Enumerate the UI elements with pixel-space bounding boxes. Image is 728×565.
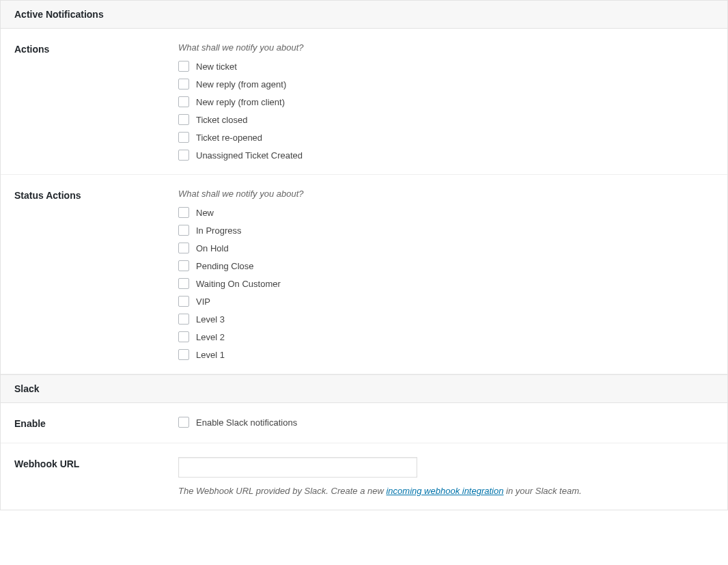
settings-panel: Active Notifications Actions What shall … <box>0 0 728 510</box>
row-status-actions: Status Actions What shall we notify you … <box>1 175 727 374</box>
checkbox-line-level-2: Level 2 <box>178 331 714 342</box>
checkbox-line-new-reply-agent: New reply (from agent) <box>178 79 714 89</box>
row-body-actions: What shall we notify you about? New tick… <box>178 42 714 161</box>
checkbox-new-ticket[interactable] <box>178 61 189 72</box>
section-header-slack: Slack <box>1 374 727 403</box>
checkbox-line-level-3: Level 3 <box>178 314 714 325</box>
row-body-status-actions: What shall we notify you about? New In P… <box>178 189 714 360</box>
help-prefix: The Webhook URL provided by Slack. Creat… <box>178 486 386 496</box>
row-label-actions: Actions <box>14 42 178 161</box>
checkbox-label: Unassigned Ticket Created <box>196 150 303 161</box>
checkbox-line-unassigned-ticket: Unassigned Ticket Created <box>178 150 714 161</box>
checkbox-status-on-hold[interactable] <box>178 243 189 253</box>
checkbox-status-new[interactable] <box>178 207 189 218</box>
checkbox-label: VIP <box>196 297 210 307</box>
checkbox-status-pending-close[interactable] <box>178 260 189 271</box>
checkbox-line-in-progress: In Progress <box>178 225 714 236</box>
checkbox-status-level-3[interactable] <box>178 314 189 325</box>
webhook-url-input[interactable] <box>178 457 417 478</box>
row-label-enable: Enable <box>14 417 178 429</box>
checkbox-label: New <box>196 208 214 218</box>
section-header-active-notifications: Active Notifications <box>1 1 727 29</box>
checkbox-unassigned-ticket[interactable] <box>178 150 189 161</box>
checkbox-status-level-1[interactable] <box>178 349 189 360</box>
checkbox-line-enable-slack: Enable Slack notifications <box>178 417 714 428</box>
checkbox-label: New reply (from agent) <box>196 79 286 89</box>
checkbox-line-vip: VIP <box>178 296 714 307</box>
checkbox-ticket-reopened[interactable] <box>178 132 189 143</box>
help-suffix: in your Slack team. <box>503 486 581 496</box>
checkbox-label: In Progress <box>196 225 241 236</box>
section-title: Active Notifications <box>14 9 104 20</box>
row-enable-slack: Enable Enable Slack notifications <box>1 403 727 443</box>
checkbox-label: New ticket <box>196 61 237 72</box>
checkbox-new-reply-client[interactable] <box>178 96 189 107</box>
checkbox-label: On Hold <box>196 243 229 253</box>
checkbox-line-new-reply-client: New reply (from client) <box>178 96 714 107</box>
checkbox-line-new-ticket: New ticket <box>178 61 714 72</box>
checkbox-line-waiting-customer: Waiting On Customer <box>178 278 714 289</box>
checkbox-status-level-2[interactable] <box>178 331 189 342</box>
checkbox-label: Level 3 <box>196 314 225 325</box>
row-label-webhook: Webhook URL <box>14 457 178 496</box>
checkbox-label: Level 2 <box>196 332 225 342</box>
checkbox-label: Pending Close <box>196 261 254 271</box>
checkbox-label: Ticket closed <box>196 115 247 125</box>
checkbox-status-in-progress[interactable] <box>178 225 189 236</box>
row-actions: Actions What shall we notify you about? … <box>1 29 727 175</box>
row-body-enable: Enable Slack notifications <box>178 417 714 429</box>
row-webhook-url: Webhook URL The Webhook URL provided by … <box>1 443 727 510</box>
checkbox-line-level-1: Level 1 <box>178 349 714 360</box>
webhook-integration-link[interactable]: incoming webhook integration <box>386 486 503 496</box>
checkbox-ticket-closed[interactable] <box>178 114 189 125</box>
checkbox-enable-slack[interactable] <box>178 417 189 428</box>
checkbox-line-pending-close: Pending Close <box>178 260 714 271</box>
row-label-status-actions: Status Actions <box>14 189 178 360</box>
row-body-webhook: The Webhook URL provided by Slack. Creat… <box>178 457 714 496</box>
section-title: Slack <box>14 383 40 394</box>
checkbox-status-vip[interactable] <box>178 296 189 307</box>
checkbox-label: Level 1 <box>196 350 225 360</box>
checkbox-line-on-hold: On Hold <box>178 243 714 253</box>
checkbox-label: Waiting On Customer <box>196 279 281 289</box>
checkbox-label: New reply (from client) <box>196 97 285 107</box>
actions-prompt: What shall we notify you about? <box>178 42 714 53</box>
checkbox-label: Ticket re-opened <box>196 133 262 143</box>
checkbox-label: Enable Slack notifications <box>196 417 297 428</box>
status-actions-prompt: What shall we notify you about? <box>178 189 714 199</box>
checkbox-line-ticket-closed: Ticket closed <box>178 114 714 125</box>
webhook-help-text: The Webhook URL provided by Slack. Creat… <box>178 486 714 496</box>
checkbox-new-reply-agent[interactable] <box>178 79 189 89</box>
checkbox-line-ticket-reopened: Ticket re-opened <box>178 132 714 143</box>
checkbox-status-waiting-customer[interactable] <box>178 278 189 289</box>
checkbox-line-new: New <box>178 207 714 218</box>
